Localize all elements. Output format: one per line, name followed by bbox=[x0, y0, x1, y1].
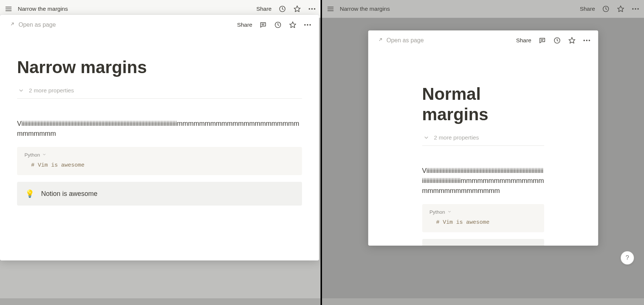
code-content[interactable]: # Vim is awesome bbox=[429, 219, 537, 226]
star-icon[interactable] bbox=[617, 5, 625, 13]
breadcrumb[interactable]: Narrow the margins bbox=[18, 6, 251, 12]
divider bbox=[422, 145, 544, 146]
page-title[interactable]: Normal margins bbox=[422, 84, 544, 125]
open-as-page-button[interactable]: Open as page bbox=[7, 21, 230, 29]
code-content[interactable]: # Vim is awesome bbox=[24, 162, 295, 168]
callout-block[interactable]: 💡 Notion is awesome bbox=[422, 239, 544, 246]
text-block[interactable]: Viiiiiiiiiiiiiiiiiiiiiiiiiiiiiiiiiiiiiii… bbox=[17, 119, 302, 139]
clock-icon[interactable] bbox=[602, 5, 610, 13]
clock-icon[interactable] bbox=[553, 36, 561, 45]
divider bbox=[17, 98, 302, 99]
text-block[interactable]: Viiiiiiiiiiiiiiiiiiiiiiiiiiiiiiiiiiiiiii… bbox=[422, 166, 544, 196]
expand-icon bbox=[7, 21, 16, 29]
popup-share-button[interactable]: Share bbox=[516, 37, 531, 44]
share-button[interactable]: Share bbox=[580, 6, 595, 12]
taskbar-edge bbox=[322, 298, 644, 305]
more-icon[interactable] bbox=[582, 36, 591, 45]
svg-line-15 bbox=[379, 39, 381, 41]
open-as-page-label: Open as page bbox=[19, 22, 56, 28]
svg-marker-14 bbox=[618, 6, 624, 12]
window-topbar: Narrow the margins Share bbox=[322, 0, 644, 18]
open-as-page-button[interactable]: Open as page bbox=[375, 36, 509, 45]
open-as-page-label: Open as page bbox=[386, 37, 424, 44]
code-language-label: Python bbox=[429, 209, 445, 215]
chevron-down-icon bbox=[447, 209, 451, 215]
taskbar-edge bbox=[0, 298, 321, 305]
chevron-down-icon bbox=[42, 152, 46, 158]
comment-icon[interactable] bbox=[259, 21, 267, 29]
more-properties-toggle[interactable]: 2 more properties bbox=[422, 134, 544, 145]
help-button[interactable]: ? bbox=[621, 252, 634, 264]
more-properties-label: 2 more properties bbox=[29, 87, 74, 94]
breadcrumb[interactable]: Narrow the margins bbox=[340, 6, 575, 12]
share-button[interactable]: Share bbox=[256, 6, 272, 12]
svg-marker-19 bbox=[569, 37, 575, 43]
star-icon[interactable] bbox=[289, 21, 297, 29]
code-block[interactable]: Python # Vim is awesome bbox=[17, 147, 302, 175]
right-pane: Narrow the margins Share Open as page Sh… bbox=[322, 0, 644, 305]
star-icon[interactable] bbox=[293, 5, 301, 13]
star-icon[interactable] bbox=[568, 36, 576, 45]
code-language-select[interactable]: Python bbox=[429, 209, 537, 215]
hamburger-icon[interactable] bbox=[4, 5, 13, 13]
more-properties-label: 2 more properties bbox=[434, 134, 479, 141]
more-icon[interactable] bbox=[308, 5, 316, 13]
clock-icon[interactable] bbox=[274, 21, 282, 29]
left-pane: Narrow the margins Share Open as page Sh… bbox=[0, 0, 322, 305]
page-popup: Open as page Share Narrow margins 2 more… bbox=[0, 15, 319, 260]
code-language-label: Python bbox=[24, 152, 40, 158]
popup-topbar: Open as page Share bbox=[0, 15, 319, 35]
clock-icon[interactable] bbox=[278, 5, 286, 13]
hamburger-icon[interactable] bbox=[326, 5, 335, 13]
code-block[interactable]: Python # Vim is awesome bbox=[422, 204, 544, 232]
svg-marker-9 bbox=[290, 22, 296, 28]
callout-text[interactable]: Notion is awesome bbox=[41, 190, 97, 198]
svg-marker-4 bbox=[294, 6, 301, 12]
page-popup: Open as page Share Normal margins 2 more… bbox=[368, 30, 598, 246]
svg-line-5 bbox=[11, 23, 13, 25]
chevron-down-icon bbox=[422, 134, 430, 142]
more-icon[interactable] bbox=[631, 5, 640, 13]
comment-icon[interactable] bbox=[538, 36, 546, 45]
callout-block[interactable]: 💡 Notion is awesome bbox=[17, 182, 302, 206]
code-language-select[interactable]: Python bbox=[24, 152, 295, 158]
popup-share-button[interactable]: Share bbox=[237, 22, 252, 28]
lightbulb-icon[interactable]: 💡 bbox=[25, 189, 34, 198]
more-properties-toggle[interactable]: 2 more properties bbox=[17, 86, 302, 98]
popup-topbar: Open as page Share bbox=[368, 30, 598, 50]
page-title[interactable]: Narrow margins bbox=[17, 57, 302, 78]
more-icon[interactable] bbox=[303, 21, 312, 29]
expand-icon bbox=[375, 36, 384, 45]
chevron-down-icon bbox=[17, 86, 25, 95]
